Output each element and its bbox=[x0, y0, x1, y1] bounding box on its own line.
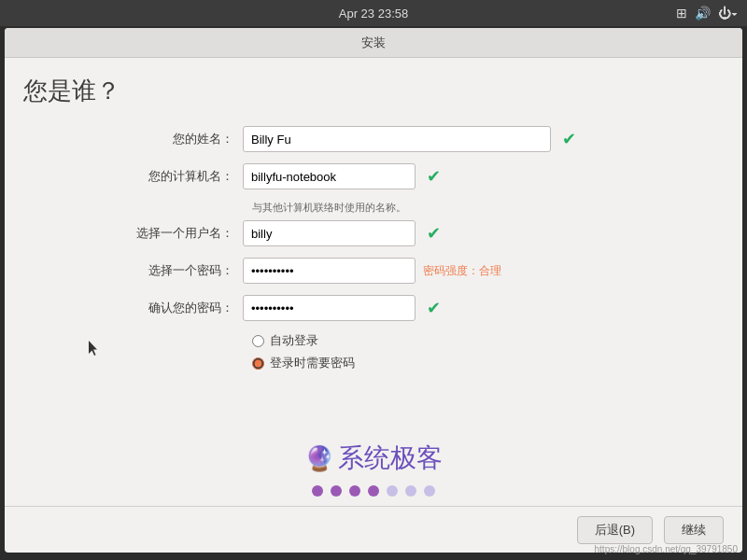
username-row: 选择一个用户名： ✔ bbox=[93, 220, 654, 246]
watermark-text: 系统极客 bbox=[338, 441, 443, 476]
radio-require-label: 登录时需要密码 bbox=[270, 355, 355, 371]
topbar: Apr 23 23:58 ⊞ 🔊 ⏻▾ bbox=[0, 0, 747, 26]
install-window: 安装 您是谁？ 您的姓名： ✔ 您的计算机名： ✔ 与其他计算机联络时使用的名称… bbox=[5, 28, 742, 553]
url-hint: https://blog.csdn.net/qq_39791850 bbox=[595, 544, 738, 554]
confirm-check-icon: ✔ bbox=[423, 298, 444, 318]
continue-button[interactable]: 继续 bbox=[664, 516, 724, 544]
window-content: 您是谁？ 您的姓名： ✔ 您的计算机名： ✔ 与其他计算机联络时使用的名称。 选… bbox=[5, 58, 742, 506]
back-button[interactable]: 后退(B) bbox=[577, 516, 653, 544]
dot-7 bbox=[424, 485, 435, 497]
radio-require-row: 登录时需要密码 bbox=[93, 355, 654, 371]
dot-6 bbox=[405, 485, 416, 497]
username-check-icon: ✔ bbox=[423, 223, 444, 244]
computer-name-row: 您的计算机名： ✔ bbox=[93, 163, 654, 189]
page-heading: 您是谁？ bbox=[23, 75, 724, 107]
name-input[interactable] bbox=[243, 126, 551, 152]
topbar-datetime: Apr 23 23:58 bbox=[339, 7, 408, 21]
password-strength: 密码强度：合理 bbox=[423, 263, 501, 279]
computer-check-icon: ✔ bbox=[423, 166, 444, 187]
network-icon: ⊞ bbox=[676, 6, 687, 21]
radio-auto-label: 自动登录 bbox=[270, 332, 318, 349]
volume-icon: 🔊 bbox=[695, 6, 711, 21]
progress-dots bbox=[312, 485, 435, 497]
form-area: 您的姓名： ✔ 您的计算机名： ✔ 与其他计算机联络时使用的名称。 选择一个用户… bbox=[23, 126, 724, 431]
confirm-password-row: 确认您的密码： ✔ bbox=[93, 295, 654, 321]
watermark-logo: 🔮 系统极客 bbox=[304, 441, 443, 476]
confirm-password-input[interactable] bbox=[243, 295, 416, 321]
computer-hint: 与其他计算机联络时使用的名称。 bbox=[93, 201, 654, 215]
radio-auto-row: 自动登录 bbox=[93, 332, 654, 349]
topbar-right: ⊞ 🔊 ⏻▾ bbox=[676, 6, 738, 21]
power-icon[interactable]: ⏻▾ bbox=[718, 6, 738, 21]
watermark-icon: 🔮 bbox=[304, 444, 334, 473]
dot-1 bbox=[312, 485, 323, 497]
username-label: 选择一个用户名： bbox=[93, 225, 243, 242]
radio-auto-login[interactable] bbox=[252, 335, 264, 347]
name-label: 您的姓名： bbox=[93, 131, 243, 147]
dot-5 bbox=[387, 485, 398, 497]
name-row: 您的姓名： ✔ bbox=[93, 126, 654, 152]
name-check-icon: ✔ bbox=[558, 129, 579, 149]
computer-name-input[interactable] bbox=[243, 163, 416, 189]
password-row: 选择一个密码： 密码强度：合理 bbox=[93, 258, 654, 284]
dot-3 bbox=[349, 485, 360, 497]
password-input[interactable] bbox=[243, 258, 416, 284]
dot-2 bbox=[331, 485, 342, 497]
window-titlebar: 安装 bbox=[5, 28, 742, 58]
computer-label: 您的计算机名： bbox=[93, 168, 243, 185]
password-label: 选择一个密码： bbox=[93, 262, 243, 279]
window-title: 安装 bbox=[361, 35, 386, 51]
watermark-area: 🔮 系统极客 bbox=[23, 441, 724, 497]
dot-4 bbox=[368, 485, 379, 497]
radio-require-password[interactable] bbox=[252, 357, 264, 370]
confirm-label: 确认您的密码： bbox=[93, 300, 243, 316]
username-input[interactable] bbox=[243, 220, 416, 246]
